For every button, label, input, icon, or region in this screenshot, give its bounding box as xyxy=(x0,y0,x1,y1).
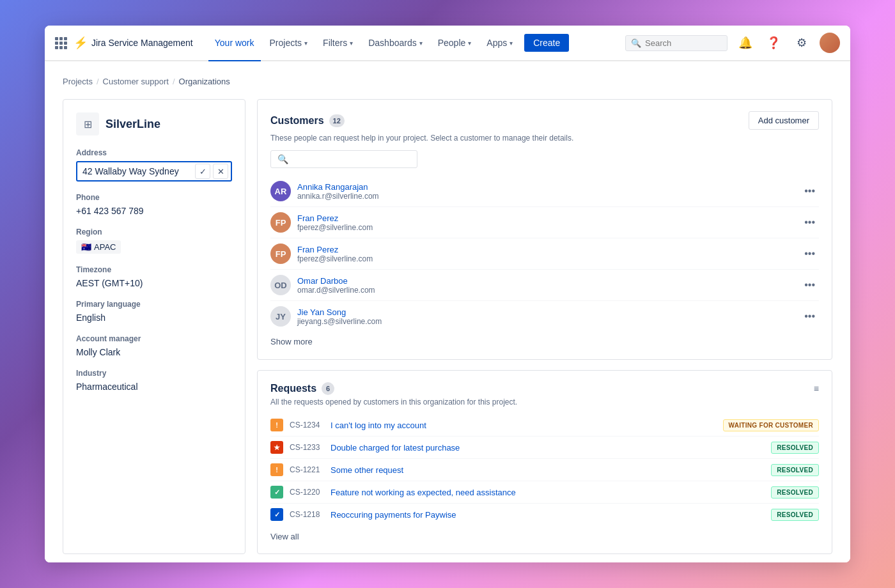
customer-search-box[interactable]: 🔍 xyxy=(270,150,417,168)
request-title[interactable]: Feature not working as expected, need as… xyxy=(331,488,765,497)
navbar: ⚡ Jira Service Management Your work Proj… xyxy=(45,26,850,61)
confirm-address-button[interactable]: ✓ xyxy=(195,164,210,179)
panels: ⊞ SilverLine Address ✓ ✕ Phone +6 xyxy=(63,99,832,554)
customer-info: Omar Darboe omar.d@silverline.com xyxy=(297,276,794,295)
breadcrumb-customer-support[interactable]: Customer support xyxy=(103,77,169,86)
customer-list: AR Annika Rangarajan annika.r@silverline… xyxy=(270,176,819,332)
request-title[interactable]: Double charged for latest purchase xyxy=(331,443,765,453)
notifications-icon[interactable]: 🔔 xyxy=(735,33,756,53)
breadcrumb-separator: / xyxy=(173,77,175,86)
nav-item-people[interactable]: People ▾ xyxy=(432,26,478,61)
language-field: Primary language English xyxy=(76,300,232,323)
customer-name[interactable]: Fran Perez xyxy=(297,245,794,254)
org-name: SilverLine xyxy=(105,118,160,131)
nav-items: Your work Projects ▾ Filters ▾ Dashboard… xyxy=(208,26,519,60)
help-icon[interactable]: ❓ xyxy=(763,33,784,53)
request-title[interactable]: Reoccuring payments for Paywise xyxy=(331,510,765,520)
nav-item-filters[interactable]: Filters ▾ xyxy=(316,26,359,61)
right-panel: Customers 12 Add customer These people c… xyxy=(257,99,832,554)
more-options-icon[interactable]: ••• xyxy=(800,278,819,292)
requests-header: Requests 6 ≡ xyxy=(270,382,819,395)
avatar[interactable] xyxy=(820,33,840,53)
phone-value: +61 423 567 789 xyxy=(76,206,232,216)
language-value: English xyxy=(76,313,232,323)
cancel-address-button[interactable]: ✕ xyxy=(213,164,228,179)
more-options-icon[interactable]: ••• xyxy=(800,215,819,229)
timezone-value: AEST (GMT+10) xyxy=(76,278,232,288)
nav-right: 🔍 🔔 ❓ ⚙ xyxy=(625,33,840,53)
customer-name[interactable]: Jie Yan Song xyxy=(297,307,794,317)
customer-email: fperez@silverline.com xyxy=(297,223,794,232)
request-title[interactable]: Some other request xyxy=(331,465,765,475)
list-item: JY Jie Yan Song jieyang.s@silverline.com… xyxy=(270,301,819,332)
timezone-field: Timezone AEST (GMT+10) xyxy=(76,265,232,288)
status-badge: RESOLVED xyxy=(771,442,819,454)
more-options-icon[interactable]: ••• xyxy=(800,247,819,261)
request-title[interactable]: I can't log into my account xyxy=(331,421,717,430)
avatar: FP xyxy=(270,212,291,233)
breadcrumb-separator: / xyxy=(97,77,99,86)
customer-name[interactable]: Fran Perez xyxy=(297,213,794,223)
request-id: CS-1220 xyxy=(290,488,324,497)
customer-info: Jie Yan Song jieyang.s@silverline.com xyxy=(297,307,794,326)
account-manager-value: Molly Clark xyxy=(76,347,232,357)
list-item: FP Fran Perez fperez@silverline.com ••• xyxy=(270,207,819,238)
list-item: ✓ CS-1218 Reoccuring payments for Paywis… xyxy=(270,504,819,525)
list-item: ★ CS-1233 Double charged for latest purc… xyxy=(270,437,819,459)
industry-field: Industry Pharmaceutical xyxy=(76,369,232,392)
add-customer-button[interactable]: Add customer xyxy=(749,111,819,130)
address-input-wrap: ✓ ✕ xyxy=(76,161,232,182)
avatar: AR xyxy=(270,181,291,201)
breadcrumb-projects[interactable]: Projects xyxy=(63,77,93,86)
status-badge: RESOLVED xyxy=(771,464,819,476)
nav-search-box[interactable]: 🔍 xyxy=(625,35,728,51)
search-input[interactable] xyxy=(645,38,715,48)
grid-menu-icon[interactable] xyxy=(55,37,67,49)
nav-item-dashboards[interactable]: Dashboards ▾ xyxy=(362,26,429,61)
jira-logo-icon: ⚡ xyxy=(74,36,88,50)
language-label: Primary language xyxy=(76,300,232,309)
nav-item-apps[interactable]: Apps ▾ xyxy=(480,26,519,61)
filter-icon[interactable]: ≡ xyxy=(814,383,819,394)
avatar: JY xyxy=(270,306,291,327)
requests-list: ! CS-1234 I can't log into my account WA… xyxy=(270,414,819,525)
view-all-button[interactable]: View all xyxy=(270,525,299,541)
request-id: CS-1234 xyxy=(290,421,324,429)
customer-info: Fran Perez fperez@silverline.com xyxy=(297,245,794,263)
more-options-icon[interactable]: ••• xyxy=(800,309,819,323)
address-field: Address ✓ ✕ xyxy=(76,148,232,182)
region-tag: 🇦🇺 APAC xyxy=(76,240,232,254)
customer-email: omar.d@silverline.com xyxy=(297,286,794,295)
requests-section: Requests 6 ≡ All the requests opened by … xyxy=(257,370,832,554)
breadcrumb-current: Organizations xyxy=(179,77,230,86)
request-type-icon: ! xyxy=(270,463,283,476)
list-item: ! CS-1234 I can't log into my account WA… xyxy=(270,414,819,437)
customers-count: 12 xyxy=(329,114,345,127)
show-more-button[interactable]: Show more xyxy=(270,332,313,348)
customer-name[interactable]: Omar Darboe xyxy=(297,276,794,286)
region-label: Region xyxy=(76,228,232,236)
flag-icon: 🇦🇺 xyxy=(81,242,91,252)
timezone-label: Timezone xyxy=(76,265,232,274)
industry-value: Pharmaceutical xyxy=(76,382,232,392)
settings-icon[interactable]: ⚙ xyxy=(791,33,812,53)
chevron-down-icon: ▾ xyxy=(304,40,307,47)
customer-info: Fran Perez fperez@silverline.com xyxy=(297,213,794,232)
list-item: ! CS-1221 Some other request RESOLVED xyxy=(270,459,819,481)
nav-logo[interactable]: ⚡ Jira Service Management xyxy=(74,36,193,50)
nav-item-projects[interactable]: Projects ▾ xyxy=(263,26,315,61)
request-id: CS-1221 xyxy=(290,465,324,474)
customer-name[interactable]: Annika Rangarajan xyxy=(297,182,794,192)
nav-item-your-work[interactable]: Your work xyxy=(208,26,261,61)
request-type-icon: ✓ xyxy=(270,486,283,499)
status-badge: WAITING FOR CUSTOMER xyxy=(723,419,819,431)
account-manager-field: Account manager Molly Clark xyxy=(76,334,232,357)
chevron-down-icon: ▾ xyxy=(468,40,471,47)
requests-title: Requests xyxy=(270,383,316,394)
customer-email: fperez@silverline.com xyxy=(297,254,794,263)
status-badge: RESOLVED xyxy=(771,486,819,499)
customers-header: Customers 12 Add customer xyxy=(270,111,819,130)
more-options-icon[interactable]: ••• xyxy=(800,184,819,198)
customer-search-input[interactable] xyxy=(292,155,394,164)
create-button[interactable]: Create xyxy=(524,34,569,52)
